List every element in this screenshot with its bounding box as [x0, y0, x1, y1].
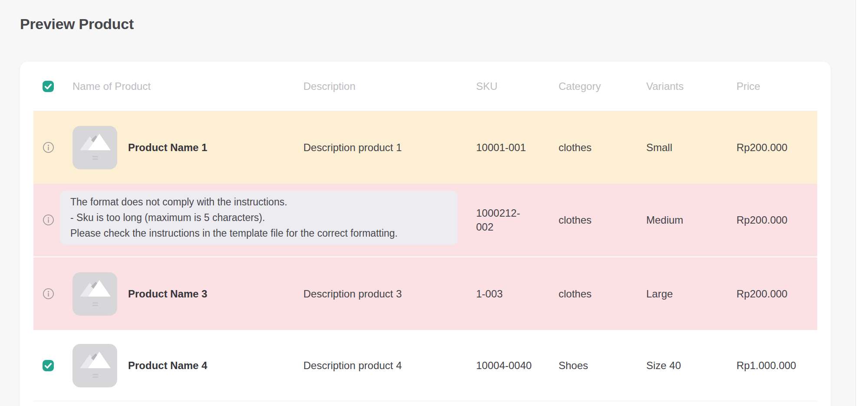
product-price: Rp200.000: [736, 287, 817, 301]
product-image-placeholder: [72, 126, 117, 169]
table-row: Product Name 3 Description product 3 1-0…: [33, 256, 817, 330]
product-description: Description product 4: [303, 359, 476, 373]
select-all-checkbox[interactable]: [43, 81, 54, 92]
table-body: Product Name 1 Description product 1 100…: [33, 111, 817, 401]
check-icon: [43, 360, 54, 371]
column-header-variants: Variants: [646, 80, 736, 92]
column-header-price: Price: [736, 80, 817, 92]
page-title: Preview Product: [20, 15, 134, 33]
table-row: 1000212-002 clothes Medium Rp200.000 The…: [33, 184, 817, 256]
product-description: Description product 3: [303, 287, 476, 301]
info-icon[interactable]: [43, 142, 54, 153]
product-category: Shoes: [559, 359, 646, 373]
product-image-placeholder: [72, 272, 117, 316]
product-price: Rp1.000.000: [736, 359, 817, 373]
row-select-cell: [33, 360, 72, 371]
product-table: Name of Product Description SKU Category…: [33, 62, 817, 401]
product-name: Product Name 1: [128, 141, 207, 155]
product-sku: 10001-001: [476, 141, 559, 155]
column-header-name: Name of Product: [72, 80, 303, 92]
product-category: clothes: [559, 141, 646, 155]
product-name: Product Name 4: [128, 359, 207, 373]
row-checkbox[interactable]: [43, 360, 54, 371]
check-icon: [43, 81, 54, 92]
table-row: Product Name 4 Description product 4 100…: [33, 330, 817, 401]
product-name-cell: Product Name 3: [72, 272, 303, 316]
row-select-cell: [33, 142, 72, 153]
product-variant: Size 40: [646, 359, 736, 373]
right-panel-strip: [855, 0, 868, 406]
product-variant: Large: [646, 287, 736, 301]
product-sku: 1000212-002: [476, 206, 559, 234]
error-line: - Sku is too long (maximum is 5 characte…: [70, 210, 447, 225]
preview-card: Name of Product Description SKU Category…: [20, 62, 831, 406]
header-select-cell: [33, 81, 72, 92]
error-line: Please check the instructions in the tem…: [70, 225, 447, 241]
product-price: Rp200.000: [736, 141, 817, 155]
error-message-box: The format does not comply with the inst…: [60, 191, 458, 245]
product-image-placeholder: [72, 344, 117, 387]
product-name-cell: Product Name 1: [72, 126, 303, 169]
product-category: clothes: [559, 287, 646, 301]
product-price: Rp200.000: [736, 213, 817, 227]
column-header-sku: SKU: [476, 80, 559, 92]
row-select-cell: [33, 288, 72, 300]
product-variant: Small: [646, 141, 736, 155]
column-header-category: Category: [559, 80, 646, 92]
product-category: clothes: [559, 213, 646, 227]
info-icon[interactable]: [43, 288, 54, 300]
column-header-description: Description: [303, 80, 476, 92]
product-sku: 10004-0040: [476, 359, 559, 373]
error-line: The format does not comply with the inst…: [70, 194, 447, 210]
table-row: Product Name 1 Description product 1 100…: [33, 111, 817, 184]
info-icon[interactable]: [43, 214, 54, 226]
product-name: Product Name 3: [128, 287, 207, 301]
table-header-row: Name of Product Description SKU Category…: [33, 62, 817, 111]
product-name-cell: Product Name 4: [72, 344, 303, 387]
product-sku: 1-003: [476, 287, 559, 301]
product-description: Description product 1: [303, 141, 476, 155]
product-variant: Medium: [646, 213, 736, 227]
